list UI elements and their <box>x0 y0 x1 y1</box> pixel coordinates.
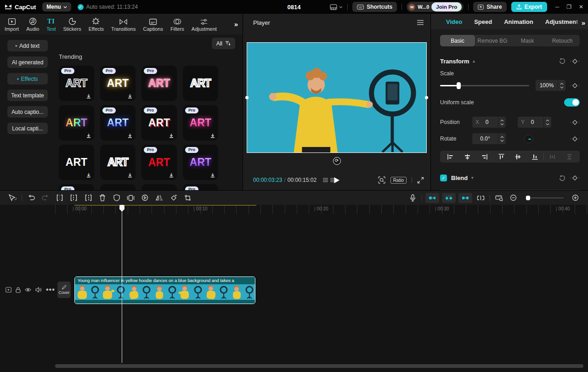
text-effect-tile[interactable]: ART <box>183 66 218 101</box>
playhead-line[interactable] <box>122 205 122 363</box>
text-effect-tile[interactable]: Pro ART <box>59 184 94 190</box>
menu-button[interactable]: Menu <box>42 2 71 11</box>
uniform-scale-toggle[interactable] <box>564 98 580 107</box>
tab-captions[interactable]: Captions <box>139 14 166 34</box>
link-clips-toggle[interactable] <box>458 193 472 203</box>
expand-caret-icon[interactable]: ▼ <box>470 176 474 180</box>
horizontal-scrollbar[interactable] <box>55 364 583 368</box>
scale-slider-thumb[interactable] <box>457 82 461 89</box>
scale-slider[interactable] <box>440 85 529 86</box>
blend-checkbox[interactable]: ✓ <box>440 175 447 181</box>
video-preview[interactable] <box>247 42 427 153</box>
collapse-caret-icon[interactable]: ▲ <box>472 59 476 63</box>
position-x-field[interactable]: X0 <box>472 117 498 128</box>
main-track-magnet-toggle[interactable] <box>425 193 439 203</box>
tab-overflow-chevron-icon[interactable]: » <box>234 20 238 28</box>
restore-button[interactable]: ❐ <box>566 4 571 10</box>
cover-button[interactable]: Cover <box>57 282 71 298</box>
distribute-horizontal-icon[interactable] <box>544 153 561 160</box>
overlay-icon[interactable] <box>124 192 138 204</box>
close-button[interactable]: ✕ <box>579 4 583 10</box>
mirror-icon[interactable] <box>152 192 166 204</box>
export-button[interactable]: Export <box>511 2 547 12</box>
keyframe-diamond-icon[interactable]: ‹› <box>570 83 580 88</box>
delete-left-icon[interactable] <box>67 192 81 204</box>
player-menu-icon[interactable] <box>417 20 424 25</box>
mask-icon[interactable] <box>109 192 124 204</box>
tab-audio[interactable]: Audio <box>23 14 43 34</box>
tab-video[interactable]: Video <box>440 18 468 25</box>
selection-handle[interactable] <box>245 96 249 99</box>
reset-icon[interactable] <box>559 58 565 64</box>
scale-stepper[interactable] <box>558 80 565 91</box>
distribute-vertical-icon[interactable] <box>561 153 578 160</box>
shortcuts-button[interactable]: Shortcuts <box>352 2 397 12</box>
timeline[interactable]: |00:00 |00:10 |00:20 |00:30 |00:40 ••• C… <box>0 205 588 372</box>
preview-axis-icon[interactable] <box>474 192 488 204</box>
zoom-out-icon[interactable] <box>506 192 520 204</box>
rotate-icon[interactable] <box>166 192 181 204</box>
delete-icon[interactable] <box>95 192 109 204</box>
subtab-mask[interactable]: Mask <box>510 35 545 46</box>
sidebar-item-effects[interactable]: ▸Effects <box>7 73 48 85</box>
zoom-in-icon[interactable] <box>568 192 582 204</box>
align-top-icon[interactable] <box>493 153 510 160</box>
keyframe-diamond-icon[interactable]: ‹› <box>570 120 580 125</box>
tab-animation[interactable]: Animation <box>498 18 539 25</box>
minimize-button[interactable]: ─ <box>555 4 560 10</box>
rotate-stepper[interactable] <box>498 133 506 144</box>
crop-icon[interactable] <box>181 192 195 204</box>
subtab-remove-bg[interactable]: Remove BG <box>475 35 510 46</box>
position-x-stepper[interactable] <box>498 117 506 128</box>
tab-effects[interactable]: Effects <box>85 14 107 34</box>
join-pro-button[interactable]: Join Pro <box>431 2 462 11</box>
keyframe-diamond-icon[interactable]: ‹› <box>570 59 580 64</box>
filter-all-button[interactable]: All <box>212 38 235 49</box>
fullscreen-icon[interactable] <box>417 177 424 184</box>
align-left-icon[interactable] <box>442 153 459 160</box>
hide-track-icon[interactable] <box>25 287 31 292</box>
play-button[interactable] <box>334 177 340 184</box>
keyframe-diamond-icon[interactable]: ‹› <box>570 136 580 141</box>
inspector-overflow-chevron-icon[interactable]: » <box>575 14 585 29</box>
zoom-slider-thumb[interactable] <box>526 196 530 200</box>
align-center-vertical-icon[interactable] <box>510 153 527 160</box>
text-effect-tile[interactable]: Pro ART <box>183 105 218 141</box>
more-options-icon[interactable]: ••• <box>46 286 55 294</box>
record-voiceover-icon[interactable] <box>406 192 420 204</box>
share-button[interactable]: Share <box>473 2 506 12</box>
tab-filters[interactable]: Filters <box>167 14 188 34</box>
sidebar-item-auto-captions[interactable]: Auto captio... <box>7 106 48 118</box>
select-tool-icon[interactable] <box>6 192 20 204</box>
scale-value[interactable]: 100% <box>536 80 558 91</box>
tab-import[interactable]: Import <box>1 14 23 34</box>
timeline-view-settings-icon[interactable] <box>492 192 506 204</box>
user-account[interactable]: W W...0 Join Pro <box>407 2 464 12</box>
text-effect-tile[interactable]: ART <box>100 145 136 180</box>
text-effect-tile[interactable]: ART <box>59 105 94 141</box>
text-effect-tile[interactable]: Pro ART <box>141 145 177 180</box>
text-effect-tile[interactable]: Pro ART <box>141 105 177 141</box>
reset-icon[interactable] <box>559 175 565 181</box>
sidebar-item-add-text[interactable]: ▸Add text <box>7 40 48 51</box>
text-effect-tile[interactable]: Pro ART <box>100 105 136 141</box>
align-bottom-icon[interactable] <box>526 153 543 160</box>
text-effect-tile[interactable]: ART <box>100 184 136 190</box>
timeline-zoom-slider[interactable] <box>525 197 564 198</box>
sidebar-item-local-captions[interactable]: Local capti... <box>7 123 48 134</box>
layout-switcher-button[interactable] <box>330 4 343 10</box>
sidebar-item-text-template[interactable]: Text template <box>7 90 48 101</box>
tab-adjustment[interactable]: Adjustment <box>188 14 220 34</box>
sidebar-item-ai-generated[interactable]: AI generated <box>7 56 48 68</box>
text-effect-tile[interactable]: Pro ART <box>183 184 218 190</box>
align-right-icon[interactable] <box>476 153 493 160</box>
selection-handle[interactable] <box>425 96 428 99</box>
subtab-retouch[interactable]: Retouch <box>545 35 580 46</box>
redo-icon[interactable] <box>38 192 52 204</box>
preview-zoom-icon[interactable] <box>378 176 385 184</box>
text-effect-tile[interactable]: ART <box>59 145 94 180</box>
video-clip[interactable]: Young man influencer in yellow hoodie da… <box>74 276 255 304</box>
lock-track-icon[interactable] <box>16 287 21 293</box>
text-effect-tile[interactable]: Pro ART <box>59 66 94 101</box>
tab-stickers[interactable]: Stickers <box>60 14 85 34</box>
